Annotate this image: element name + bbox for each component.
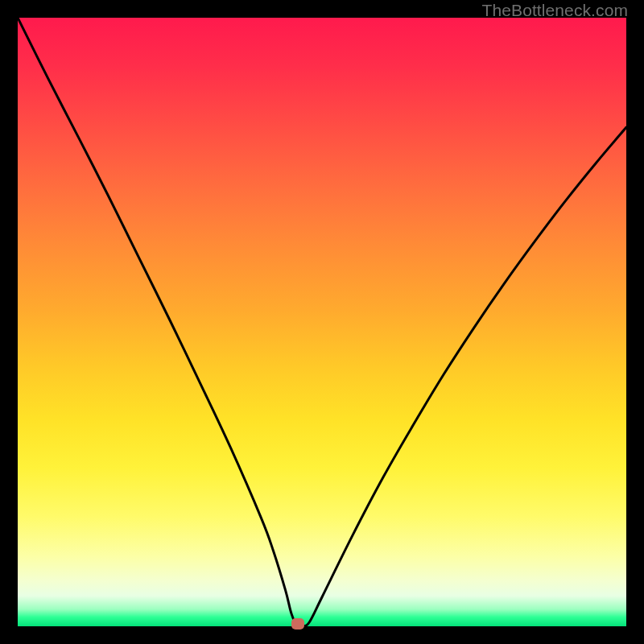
plot-area xyxy=(18,18,626,626)
chart-frame: TheBottleneck.com xyxy=(0,0,644,644)
min-marker xyxy=(291,618,304,630)
bottleneck-curve xyxy=(18,18,626,626)
